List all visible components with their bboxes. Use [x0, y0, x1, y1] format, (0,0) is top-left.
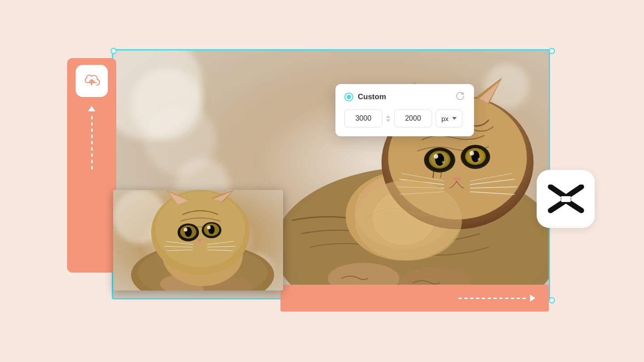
custom-label-row: Custom	[344, 93, 386, 101]
dash	[522, 298, 526, 299]
dash	[91, 141, 93, 144]
corner-dot-tl[interactable]	[110, 48, 117, 54]
height-input[interactable]: 2000	[394, 109, 432, 127]
dash	[482, 298, 485, 299]
refresh-icon	[455, 91, 465, 101]
custom-label: Custom	[358, 93, 386, 101]
dash	[91, 116, 93, 119]
width-input[interactable]: 3000	[344, 109, 382, 127]
corner-dot-tr[interactable]	[549, 48, 555, 54]
dash	[511, 298, 514, 299]
panel-header: Custom	[344, 91, 465, 102]
custom-size-panel: Custom 3000 2000 px	[335, 84, 474, 136]
cloud-upload-icon	[82, 72, 102, 89]
dash	[476, 298, 479, 299]
height-value: 2000	[405, 114, 421, 122]
svg-point-55	[156, 191, 245, 267]
dash	[470, 298, 474, 299]
capcut-logo-box	[537, 170, 595, 228]
dash	[91, 147, 93, 151]
svg-point-63	[184, 228, 187, 232]
dash	[505, 298, 508, 299]
left-panel	[67, 58, 116, 273]
thumbnail-image	[113, 190, 283, 290]
dash	[91, 122, 93, 126]
dash	[464, 298, 468, 299]
dash	[91, 166, 93, 169]
corner-dot-br[interactable]	[549, 297, 555, 303]
upload-arrow	[88, 106, 95, 273]
dimension-row: 3000 2000 px	[344, 109, 465, 127]
dash	[91, 128, 93, 132]
main-container: Custom 3000 2000 px	[54, 36, 590, 326]
down-arrow-icon	[386, 119, 390, 122]
up-arrow-icon	[386, 115, 390, 118]
capcut-logo-icon	[547, 185, 585, 214]
chevron-down-icon	[452, 117, 457, 120]
refresh-button[interactable]	[455, 91, 465, 102]
swap-controls	[386, 115, 390, 122]
width-value: 3000	[356, 114, 372, 122]
dash	[91, 160, 93, 163]
radio-button[interactable]	[344, 93, 353, 101]
radio-inner	[347, 95, 351, 99]
svg-point-67	[207, 226, 211, 229]
bottom-bar	[280, 285, 549, 311]
cloud-upload-box[interactable]	[76, 65, 108, 97]
arrow-right-icon	[530, 295, 535, 302]
svg-rect-75	[561, 196, 571, 202]
unit-text: px	[441, 115, 449, 122]
unit-selector[interactable]: px	[436, 109, 462, 127]
dash	[458, 298, 462, 299]
dash	[517, 298, 520, 299]
dash	[487, 298, 491, 299]
arrow-up-icon	[88, 106, 95, 111]
dash	[91, 153, 93, 157]
export-arrow	[458, 295, 535, 302]
dash	[91, 135, 93, 138]
dash	[493, 298, 497, 299]
dash	[499, 298, 503, 299]
